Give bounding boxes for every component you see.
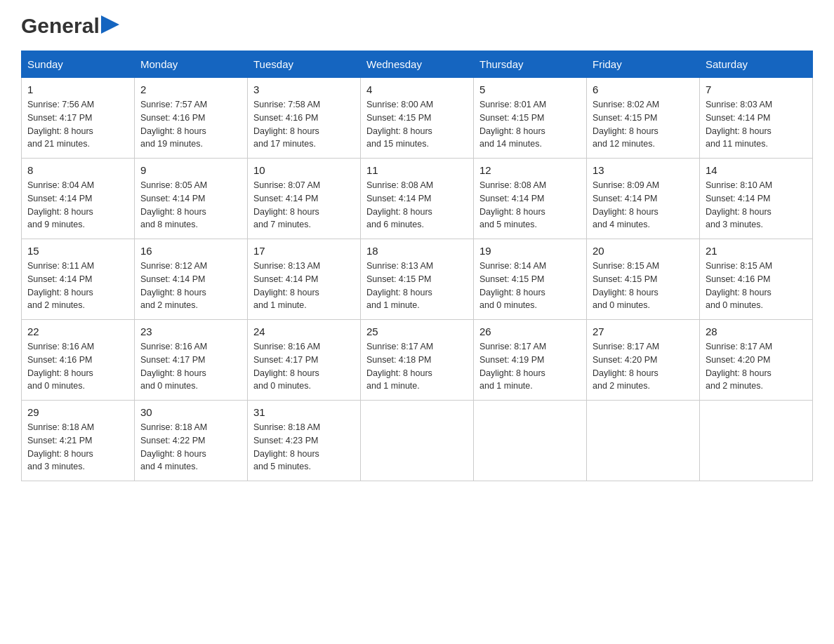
logo-triangle-icon xyxy=(101,15,119,34)
day-info: Sunrise: 8:01 AMSunset: 4:15 PMDaylight:… xyxy=(479,98,581,151)
day-number: 11 xyxy=(366,164,468,176)
day-info: Sunrise: 8:11 AMSunset: 4:14 PMDaylight:… xyxy=(27,260,128,312)
calendar-cell: 5Sunrise: 8:01 AMSunset: 4:15 PMDaylight… xyxy=(474,78,587,159)
logo: General xyxy=(21,14,119,36)
calendar-week-row: 22Sunrise: 8:16 AMSunset: 4:16 PMDayligh… xyxy=(22,320,813,401)
day-info: Sunrise: 8:04 AMSunset: 4:14 PMDaylight:… xyxy=(27,179,128,232)
calendar-cell: 4Sunrise: 8:00 AMSunset: 4:15 PMDaylight… xyxy=(361,78,474,159)
day-number: 20 xyxy=(593,245,694,257)
day-info: Sunrise: 8:14 AMSunset: 4:15 PMDaylight:… xyxy=(479,260,581,312)
col-header-saturday: Saturday xyxy=(700,51,813,78)
day-info: Sunrise: 8:09 AMSunset: 4:14 PMDaylight:… xyxy=(593,179,694,232)
day-number: 10 xyxy=(253,164,355,176)
day-number: 22 xyxy=(27,326,128,337)
day-info: Sunrise: 8:17 AMSunset: 4:18 PMDaylight:… xyxy=(366,340,468,393)
day-number: 3 xyxy=(253,83,355,95)
day-info: Sunrise: 7:58 AMSunset: 4:16 PMDaylight:… xyxy=(253,98,355,151)
day-number: 27 xyxy=(593,326,694,337)
calendar-cell: 13Sunrise: 8:09 AMSunset: 4:14 PMDayligh… xyxy=(587,159,700,239)
day-number: 7 xyxy=(706,83,807,95)
calendar-cell: 17Sunrise: 8:13 AMSunset: 4:14 PMDayligh… xyxy=(248,239,361,320)
calendar-cell: 20Sunrise: 8:15 AMSunset: 4:15 PMDayligh… xyxy=(587,239,700,320)
calendar-cell: 26Sunrise: 8:17 AMSunset: 4:19 PMDayligh… xyxy=(474,320,587,401)
calendar-cell xyxy=(700,401,813,481)
day-info: Sunrise: 8:18 AMSunset: 4:21 PMDaylight:… xyxy=(27,421,128,474)
col-header-sunday: Sunday xyxy=(22,51,135,78)
col-header-friday: Friday xyxy=(587,51,700,78)
day-number: 15 xyxy=(27,245,128,257)
col-header-wednesday: Wednesday xyxy=(361,51,474,78)
svg-marker-0 xyxy=(101,15,119,34)
calendar-cell: 6Sunrise: 8:02 AMSunset: 4:15 PMDaylight… xyxy=(587,78,700,159)
day-number: 2 xyxy=(140,83,241,95)
calendar-week-row: 8Sunrise: 8:04 AMSunset: 4:14 PMDaylight… xyxy=(22,159,813,239)
day-number: 26 xyxy=(479,326,581,337)
day-number: 9 xyxy=(140,164,241,176)
day-info: Sunrise: 8:13 AMSunset: 4:14 PMDaylight:… xyxy=(253,260,355,312)
day-info: Sunrise: 8:17 AMSunset: 4:20 PMDaylight:… xyxy=(706,340,807,393)
calendar-cell: 31Sunrise: 8:18 AMSunset: 4:23 PMDayligh… xyxy=(248,401,361,481)
day-number: 13 xyxy=(593,164,694,176)
day-info: Sunrise: 8:13 AMSunset: 4:15 PMDaylight:… xyxy=(366,260,468,312)
calendar-cell xyxy=(361,401,474,481)
day-number: 29 xyxy=(27,406,128,418)
calendar-week-row: 29Sunrise: 8:18 AMSunset: 4:21 PMDayligh… xyxy=(22,401,813,481)
calendar-cell: 3Sunrise: 7:58 AMSunset: 4:16 PMDaylight… xyxy=(248,78,361,159)
day-info: Sunrise: 8:17 AMSunset: 4:20 PMDaylight:… xyxy=(593,340,694,393)
day-info: Sunrise: 8:10 AMSunset: 4:14 PMDaylight:… xyxy=(706,179,807,232)
calendar-cell: 14Sunrise: 8:10 AMSunset: 4:14 PMDayligh… xyxy=(700,159,813,239)
calendar-cell: 22Sunrise: 8:16 AMSunset: 4:16 PMDayligh… xyxy=(22,320,135,401)
day-info: Sunrise: 8:16 AMSunset: 4:17 PMDaylight:… xyxy=(140,340,241,393)
day-number: 14 xyxy=(706,164,807,176)
day-info: Sunrise: 8:07 AMSunset: 4:14 PMDaylight:… xyxy=(253,179,355,232)
col-header-tuesday: Tuesday xyxy=(248,51,361,78)
day-number: 23 xyxy=(140,326,241,337)
calendar-cell xyxy=(587,401,700,481)
day-info: Sunrise: 8:15 AMSunset: 4:15 PMDaylight:… xyxy=(593,260,694,312)
day-info: Sunrise: 8:00 AMSunset: 4:15 PMDaylight:… xyxy=(366,98,468,151)
day-info: Sunrise: 8:03 AMSunset: 4:14 PMDaylight:… xyxy=(706,98,807,151)
day-number: 24 xyxy=(253,326,355,337)
day-number: 17 xyxy=(253,245,355,257)
day-number: 21 xyxy=(706,245,807,257)
col-header-monday: Monday xyxy=(135,51,248,78)
calendar-week-row: 15Sunrise: 8:11 AMSunset: 4:14 PMDayligh… xyxy=(22,239,813,320)
calendar-cell: 19Sunrise: 8:14 AMSunset: 4:15 PMDayligh… xyxy=(474,239,587,320)
day-number: 25 xyxy=(366,326,468,337)
day-info: Sunrise: 8:18 AMSunset: 4:22 PMDaylight:… xyxy=(140,421,241,474)
day-number: 4 xyxy=(366,83,468,95)
calendar-cell: 27Sunrise: 8:17 AMSunset: 4:20 PMDayligh… xyxy=(587,320,700,401)
day-number: 8 xyxy=(27,164,128,176)
calendar-cell: 18Sunrise: 8:13 AMSunset: 4:15 PMDayligh… xyxy=(361,239,474,320)
calendar-cell: 9Sunrise: 8:05 AMSunset: 4:14 PMDaylight… xyxy=(135,159,248,239)
calendar-cell: 7Sunrise: 8:03 AMSunset: 4:14 PMDaylight… xyxy=(700,78,813,159)
day-number: 5 xyxy=(479,83,581,95)
calendar-cell: 23Sunrise: 8:16 AMSunset: 4:17 PMDayligh… xyxy=(135,320,248,401)
day-info: Sunrise: 8:02 AMSunset: 4:15 PMDaylight:… xyxy=(593,98,694,151)
day-info: Sunrise: 8:05 AMSunset: 4:14 PMDaylight:… xyxy=(140,179,241,232)
day-info: Sunrise: 8:08 AMSunset: 4:14 PMDaylight:… xyxy=(366,179,468,232)
day-number: 19 xyxy=(479,245,581,257)
col-header-thursday: Thursday xyxy=(474,51,587,78)
calendar-cell: 10Sunrise: 8:07 AMSunset: 4:14 PMDayligh… xyxy=(248,159,361,239)
calendar-cell: 1Sunrise: 7:56 AMSunset: 4:17 PMDaylight… xyxy=(22,78,135,159)
day-info: Sunrise: 8:15 AMSunset: 4:16 PMDaylight:… xyxy=(706,260,807,312)
day-number: 12 xyxy=(479,164,581,176)
day-number: 6 xyxy=(593,83,694,95)
day-number: 18 xyxy=(366,245,468,257)
calendar-table: SundayMondayTuesdayWednesdayThursdayFrid… xyxy=(21,51,813,481)
day-info: Sunrise: 7:57 AMSunset: 4:16 PMDaylight:… xyxy=(140,98,241,151)
page-header: General xyxy=(21,14,813,36)
calendar-cell: 21Sunrise: 8:15 AMSunset: 4:16 PMDayligh… xyxy=(700,239,813,320)
calendar-cell: 15Sunrise: 8:11 AMSunset: 4:14 PMDayligh… xyxy=(22,239,135,320)
day-info: Sunrise: 8:12 AMSunset: 4:14 PMDaylight:… xyxy=(140,260,241,312)
day-number: 16 xyxy=(140,245,241,257)
calendar-cell: 11Sunrise: 8:08 AMSunset: 4:14 PMDayligh… xyxy=(361,159,474,239)
day-info: Sunrise: 8:08 AMSunset: 4:14 PMDaylight:… xyxy=(479,179,581,232)
calendar-cell: 29Sunrise: 8:18 AMSunset: 4:21 PMDayligh… xyxy=(22,401,135,481)
day-number: 31 xyxy=(253,406,355,418)
day-number: 28 xyxy=(706,326,807,337)
logo-general-text: General xyxy=(21,14,100,38)
day-info: Sunrise: 8:16 AMSunset: 4:17 PMDaylight:… xyxy=(253,340,355,393)
day-info: Sunrise: 8:18 AMSunset: 4:23 PMDaylight:… xyxy=(253,421,355,474)
